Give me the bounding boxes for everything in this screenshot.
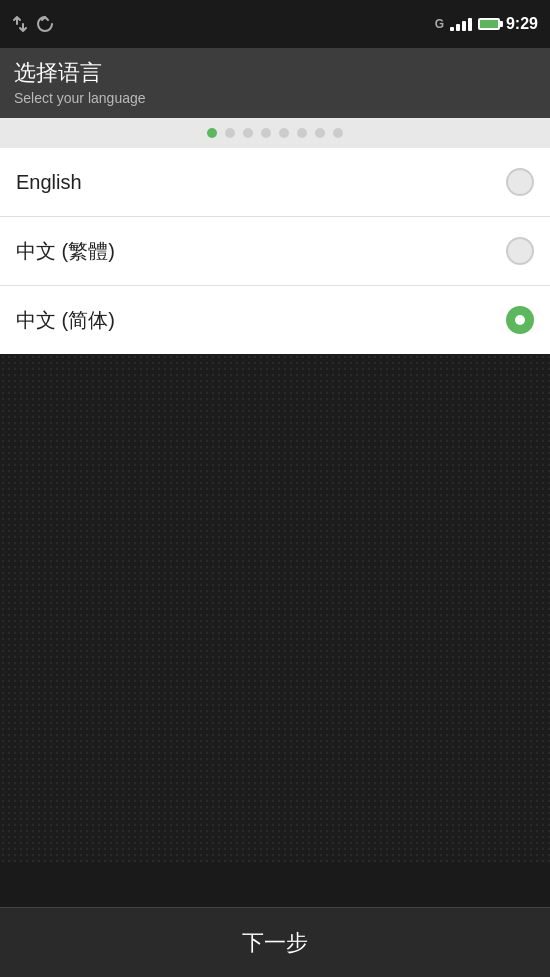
dot-6	[315, 128, 325, 138]
status-bar-left	[12, 15, 54, 33]
next-button[interactable]: 下一步	[0, 907, 550, 977]
dot-3	[261, 128, 271, 138]
transfer-icon	[12, 15, 28, 33]
dark-content-area	[0, 354, 550, 863]
dot-7	[333, 128, 343, 138]
language-item-english[interactable]: English	[0, 148, 550, 217]
language-label-english: English	[16, 171, 82, 194]
battery-icon	[478, 18, 500, 30]
radio-english[interactable]	[506, 168, 534, 196]
dot-5	[297, 128, 307, 138]
radio-traditional-chinese[interactable]	[506, 237, 534, 265]
next-button-label: 下一步	[242, 928, 308, 958]
language-item-simplified-chinese[interactable]: 中文 (简体)	[0, 286, 550, 354]
language-label-traditional-chinese: 中文 (繁體)	[16, 238, 115, 265]
language-item-traditional-chinese[interactable]: 中文 (繁體)	[0, 217, 550, 286]
dot-1	[225, 128, 235, 138]
dot-4	[279, 128, 289, 138]
dot-2	[243, 128, 253, 138]
page-title-english: Select your language	[14, 90, 536, 106]
network-type-indicator: G	[435, 17, 444, 31]
radio-simplified-chinese[interactable]	[506, 306, 534, 334]
status-bar-right: G 9:29	[435, 15, 538, 33]
header: 选择语言 Select your language	[0, 48, 550, 118]
language-list: English 中文 (繁體) 中文 (简体)	[0, 148, 550, 354]
page-title-chinese: 选择语言	[14, 58, 536, 88]
language-label-simplified-chinese: 中文 (简体)	[16, 307, 115, 334]
dots-indicator	[0, 118, 550, 148]
status-bar: G 9:29	[0, 0, 550, 48]
status-time: 9:29	[506, 15, 538, 33]
dot-0	[207, 128, 217, 138]
sync-icon	[36, 15, 54, 33]
signal-strength-icon	[450, 18, 472, 31]
